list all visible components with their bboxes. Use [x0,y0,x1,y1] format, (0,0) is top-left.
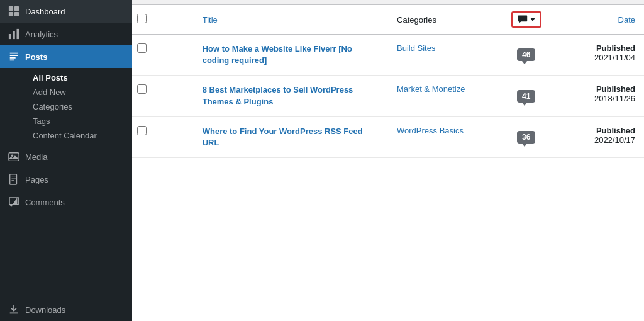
comment-count-cell: 46 [501,35,552,76]
media-icon [8,150,20,163]
category-link[interactable]: Market & Monetize [397,84,465,94]
category-link[interactable]: WordPress Basics [397,126,464,135]
comment-count-badge[interactable]: 36 [517,131,535,144]
post-category-cell: Market & Monetize [388,76,501,116]
sidebar-item-label: Posts [25,52,47,62]
col-header-date[interactable]: Date [552,5,644,35]
tab-strip [132,0,644,5]
date-cell: Published 2018/11/26 [552,76,644,116]
comment-bubble-icon [518,14,528,25]
post-date: 2021/11/04 [594,53,635,62]
sidebar-item-label: Comments [25,198,65,207]
comments-icon [8,196,20,208]
table-row: Where to Find Your WordPress RSS Feed UR… [132,116,644,157]
sidebar-item-dashboard[interactable]: Dashboard [0,0,132,23]
svg-rect-7 [9,153,19,161]
post-status: Published [560,126,635,135]
row-checkbox[interactable] [137,43,147,53]
row-checkbox[interactable] [137,84,147,94]
submenu-content-calendar[interactable]: Content Calendar [28,128,132,143]
table-row: How to Make a Website Like Fiverr [No co… [132,35,644,76]
comment-count-cell: 41 [501,76,552,116]
sort-chevron-icon [530,18,535,21]
post-category-cell: WordPress Basics [388,116,501,157]
post-date: 2022/10/17 [594,135,635,145]
submenu-add-new[interactable]: Add New [28,85,132,99]
sidebar-item-label: Dashboard [25,7,65,16]
sidebar-item-pages[interactable]: Pages [0,168,132,191]
svg-rect-3 [14,12,19,16]
date-cell: Published 2022/10/17 [552,116,644,157]
row-checkbox[interactable] [137,126,147,135]
sidebar-item-posts[interactable]: Posts [0,45,132,68]
comment-count-cell: 36 [501,116,552,157]
submenu-categories[interactable]: Categories [28,99,132,114]
sidebar-item-label: Media [25,152,47,162]
post-status: Published [560,43,635,53]
posts-table-wrap: Title Categories Date [132,5,644,321]
post-title-cell: How to Make a Website Like Fiverr [No co… [194,35,388,76]
sidebar: Dashboard Analytics Posts All Posts Add … [0,0,132,321]
post-title-link[interactable]: 8 Best Marketplaces to Sell WordPress Th… [203,85,353,106]
col-header-categories: Categories [388,5,501,35]
svg-rect-0 [9,6,13,11]
sidebar-item-label: Downloads [25,305,65,315]
posts-table: Title Categories Date [132,5,644,158]
col-header-title[interactable]: Title [194,5,388,35]
post-title-cell: 8 Best Marketplaces to Sell WordPress Th… [194,76,388,116]
submenu-tags[interactable]: Tags [28,114,132,128]
comment-count-badge[interactable]: 41 [517,90,535,103]
pages-icon [8,173,20,186]
comment-count-badge[interactable]: 46 [517,48,535,61]
svg-rect-9 [10,174,17,184]
post-category-cell: Build Sites [388,35,501,76]
date-cell: Published 2021/11/04 [552,35,644,76]
svg-rect-2 [9,12,13,16]
post-title-cell: Where to Find Your WordPress RSS Feed UR… [194,116,388,157]
post-title-link[interactable]: Where to Find Your WordPress RSS Feed UR… [203,127,363,147]
main-content: Title Categories Date [132,0,644,321]
table-row: 8 Best Marketplaces to Sell WordPress Th… [132,76,644,116]
analytics-icon [8,28,20,40]
svg-rect-6 [17,29,19,39]
select-all-checkbox[interactable] [137,14,147,23]
comments-sort-button[interactable] [511,11,541,28]
posts-icon [8,50,20,63]
svg-rect-1 [14,6,19,11]
svg-rect-5 [13,31,15,40]
downloads-icon [8,303,20,316]
post-status: Published [560,84,635,94]
dashboard-icon [8,5,20,18]
submenu-all-posts[interactable]: All Posts [28,70,132,85]
sidebar-item-media[interactable]: Media [0,145,132,168]
sidebar-item-label: Analytics [25,30,58,39]
svg-point-8 [11,154,14,157]
category-link[interactable]: Build Sites [397,43,435,53]
col-header-comments[interactable] [501,5,552,35]
sidebar-item-downloads[interactable]: Downloads [0,298,132,321]
sidebar-item-comments[interactable]: Comments [0,191,132,213]
sidebar-item-analytics[interactable]: Analytics [0,23,132,45]
post-title-link[interactable]: How to Make a Website Like Fiverr [No co… [203,44,352,65]
posts-submenu: All Posts Add New Categories Tags Conten… [0,68,132,145]
svg-rect-4 [9,34,11,39]
sidebar-item-label: Pages [25,175,48,184]
post-date: 2018/11/26 [594,94,635,103]
